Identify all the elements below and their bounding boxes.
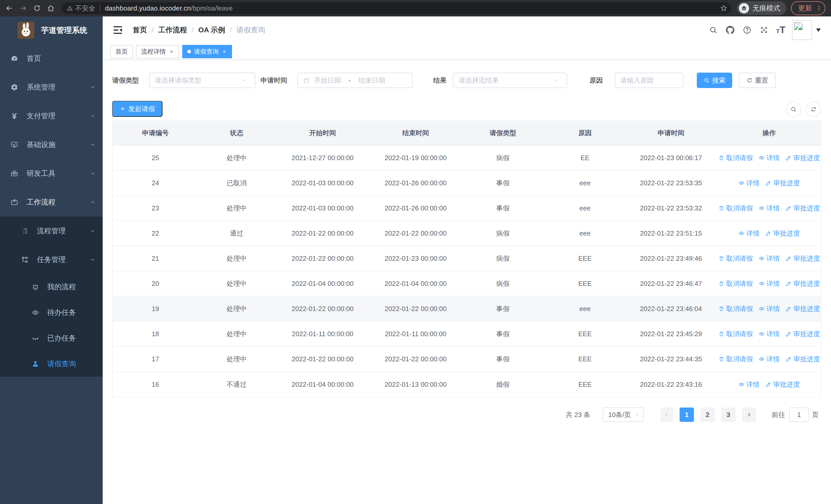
sidebar-item-my-processes[interactable]: 我的流程 [0,274,103,300]
eye-icon [738,381,745,387]
next-page-button[interactable] [742,408,756,422]
breadcrumb-item[interactable]: OA 示例 [198,25,225,35]
cancel-leave-link[interactable]: 取消请假 [718,254,753,263]
breadcrumb-separator: / [152,26,154,34]
sidebar-item-dev-tools[interactable]: 研发工具 [0,159,103,188]
detail-link[interactable]: 详情 [758,204,780,213]
sidebar-item-todo-tasks[interactable]: 待办任务 [0,300,103,325]
approval-progress-link[interactable]: 审批进度 [785,355,820,364]
sidebar-item-task-management[interactable]: 任务管理 [0,245,103,274]
detail-link[interactable]: 详情 [738,179,760,187]
sidebar-item-label: 流程管理 [37,226,66,236]
approval-progress-link[interactable]: 审批进度 [785,204,820,213]
tab-process-detail[interactable]: 流程详情 [136,45,179,58]
sidebar-item-label: 研发工具 [27,169,55,178]
cancel-leave-link[interactable]: 取消请假 [718,204,753,213]
app-logo-row[interactable]: 芋道管理系统 [0,17,103,44]
approval-progress-link[interactable]: 审批进度 [785,329,820,338]
eye-icon [758,205,765,211]
sidebar-item-label: 系统管理 [27,82,55,92]
browser-forward-icon[interactable] [19,4,28,13]
tab-home[interactable]: 首页 [110,45,133,58]
detail-link[interactable]: 详情 [738,229,760,238]
collapse-sidebar-icon[interactable] [112,24,123,36]
tab-leave-query[interactable]: 请假查询 [182,45,232,58]
search-button[interactable]: 搜索 [697,72,732,88]
url-bar[interactable]: 不安全 dashboard.yudao.iocoder.cn/bpm/oa/le… [62,2,731,14]
close-icon[interactable] [169,49,174,54]
table-header-row: 申请编号 状态 开始时间 结束时间 请假类型 原因 申请时间 操作 [113,121,821,146]
update-label: 更新 [798,4,812,13]
sidebar-item-home[interactable]: 首页 [0,44,103,73]
detail-link[interactable]: 详情 [758,254,780,263]
tabs-bar: 首页 流程详情 请假查询 [103,43,831,60]
cancel-leave-link[interactable]: 取消请假 [718,279,753,288]
page-button-3[interactable]: 3 [721,408,736,422]
sidebar-item-label: 已办任务 [47,333,76,343]
detail-link[interactable]: 详情 [758,329,780,338]
dashboard-icon [10,55,19,62]
page-button-1[interactable]: 1 [680,408,694,422]
detail-link[interactable]: 详情 [758,304,780,313]
toggle-search-button[interactable] [786,101,801,117]
detail-link[interactable]: 详情 [758,355,780,364]
cancel-leave-link[interactable]: 取消请假 [718,355,753,364]
breadcrumb-item[interactable]: 首页 [133,25,147,35]
sidebar-item-leave-query[interactable]: 请假查询 [0,351,103,377]
fullscreen-icon[interactable] [760,25,769,35]
page-button-2[interactable]: 2 [700,408,715,422]
cancel-leave-link[interactable]: 取消请假 [718,304,753,313]
table-row: 22通过2022-01-22 00:00:002022-01-22 00:00:… [113,221,821,246]
page-size-select[interactable]: 10条/页 [603,408,644,422]
goto-page-input[interactable] [789,408,809,422]
face-icon [31,283,39,291]
eye-icon [758,331,765,337]
avatar-caret-icon[interactable] [816,28,821,32]
approval-progress-link[interactable]: 审批进度 [785,304,820,313]
approval-progress-link[interactable]: 审批进度 [785,279,820,288]
font-size-icon[interactable]: TT [776,25,785,35]
bookmark-star-icon[interactable] [720,4,727,12]
apply-time-range-picker[interactable]: 开始日期 - 结束日期 [297,72,413,88]
sidebar-item-infrastructure[interactable]: 基础设施 [0,130,103,159]
security-warning[interactable]: 不安全 [67,4,95,13]
result-select[interactable]: 请选择流结果 [453,72,567,88]
cancel-leave-link[interactable]: 取消请假 [718,329,753,338]
trash-icon [718,306,724,312]
sidebar-item-process-management[interactable]: 流程管理 [0,216,103,245]
sidebar-item-done-tasks[interactable]: 已办任务 [0,325,103,351]
search-icon[interactable] [709,25,718,35]
approval-progress-link[interactable]: 审批进度 [765,229,800,238]
refresh-table-button[interactable] [806,101,821,117]
detail-link[interactable]: 详情 [758,279,780,288]
detail-link[interactable]: 详情 [758,153,780,162]
kebab-menu-icon[interactable] [816,5,822,11]
sidebar-item-system[interactable]: 系统管理 [0,73,103,101]
browser-back-icon[interactable] [5,4,14,13]
sidebar-item-workflow[interactable]: 工作流程 [0,188,103,216]
github-icon[interactable] [725,25,735,35]
approval-progress-link[interactable]: 审批进度 [765,179,800,187]
leave-type-select[interactable]: 请选择请假类型 [149,72,255,88]
help-icon[interactable] [742,25,752,35]
reason-input[interactable] [620,77,678,84]
close-icon[interactable] [222,49,227,54]
approval-progress-link[interactable]: 审批进度 [785,153,820,162]
detail-link[interactable]: 详情 [738,380,760,389]
cancel-leave-link[interactable]: 取消请假 [718,153,753,162]
calendar-icon [303,77,310,83]
prev-page-button[interactable] [660,408,673,422]
browser-update-button[interactable]: 更新 [791,1,825,15]
breadcrumb-item[interactable]: 工作流程 [159,25,187,35]
browser-home-icon[interactable] [46,4,55,13]
user-icon [31,360,39,368]
create-leave-button[interactable]: 发起请假 [112,101,163,117]
eye-icon [738,230,745,236]
reset-button[interactable]: 重置 [739,72,776,88]
browser-reload-icon[interactable] [32,4,41,13]
avatar[interactable] [792,20,812,40]
chevron-up-icon [90,199,95,205]
sidebar-item-payment[interactable]: ¥ 支付管理 [0,101,103,130]
approval-progress-link[interactable]: 审批进度 [785,254,820,263]
approval-progress-link[interactable]: 审批进度 [765,380,800,389]
